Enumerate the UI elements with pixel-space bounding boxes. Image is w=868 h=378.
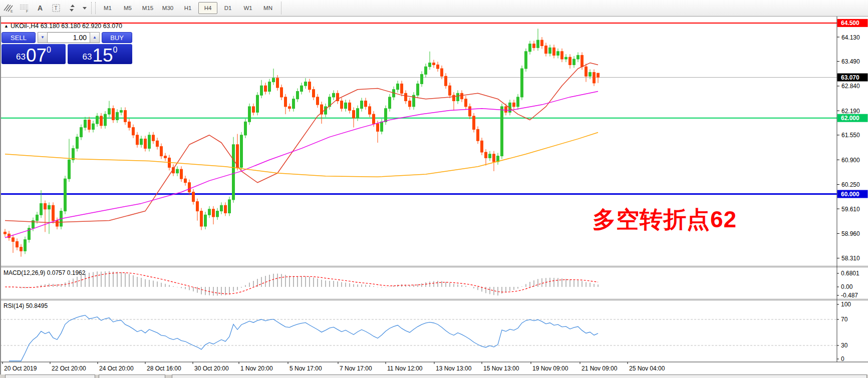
- volume-increase-button[interactable]: ▲: [90, 32, 100, 43]
- chart-tab-stub-2[interactable]: [99, 374, 165, 378]
- sell-price-sup: 0: [47, 46, 51, 55]
- chart-tab-strip: [0, 374, 868, 378]
- timeframe-button-d1[interactable]: D1: [218, 2, 237, 14]
- price-tick-label: 63.490: [841, 58, 860, 65]
- price-tick-label: 61.550: [841, 132, 860, 139]
- svg-text:E: E: [11, 10, 13, 13]
- volume-spinner: ▼ ▲: [38, 32, 100, 43]
- time-axis-label: 15 Nov 13:00: [483, 365, 519, 372]
- arrows-dropdown-icon[interactable]: [81, 2, 89, 15]
- text-box-icon[interactable]: T: [49, 2, 64, 15]
- chart-left-edge: [0, 17, 1, 374]
- svg-text:F: F: [26, 10, 28, 13]
- symbol-marker-icon: ▲: [4, 24, 9, 29]
- buy-button[interactable]: BUY: [102, 32, 132, 43]
- rsi-axis-label: 70: [841, 316, 848, 323]
- price-tick-label: 58.960: [841, 230, 860, 237]
- chart-tab-stub-3[interactable]: [172, 374, 867, 378]
- timeframe-button-h4[interactable]: H4: [198, 2, 217, 14]
- time-axis-label: 30 Oct 20:00: [194, 365, 229, 372]
- price-tick-label: 59.610: [841, 206, 860, 213]
- timeframe-button-mn[interactable]: MN: [258, 2, 277, 14]
- buy-price-big: 15: [92, 47, 113, 64]
- toolbar-group-end: [281, 2, 281, 15]
- time-axis-label: 22 Oct 20:00: [52, 365, 86, 372]
- symbol-ohlc-text: UKOil-,H4 63.180 63.180 62.920 63.070: [11, 23, 122, 30]
- timeframe-button-m5[interactable]: M5: [118, 2, 137, 14]
- sell-price-big: 07: [26, 47, 47, 64]
- buy-price-sup: 0: [113, 46, 118, 55]
- time-axis-label: 19 Nov 09:00: [532, 365, 568, 372]
- timeframe-button-m1[interactable]: M1: [98, 2, 117, 14]
- svg-text:T: T: [55, 6, 58, 11]
- timeframe-button-h1[interactable]: H1: [178, 2, 197, 14]
- price-tick-label: 60.900: [841, 157, 860, 164]
- rsi-axis-label: 30: [841, 342, 848, 349]
- price-badge-label: 63.070: [841, 74, 859, 81]
- timeframe-button-w1[interactable]: W1: [238, 2, 257, 14]
- chart-bg: [0, 17, 868, 378]
- toolbar-separator: [91, 2, 96, 14]
- chart-tab-stub-1[interactable]: [5, 374, 95, 378]
- time-axis-label: 24 Oct 20:00: [99, 365, 134, 372]
- time-axis-label: 28 Oct 16:00: [147, 365, 181, 372]
- price-badge-label: 60.000: [841, 191, 859, 198]
- volume-input[interactable]: [48, 32, 90, 43]
- timeframe-button-m15[interactable]: M15: [138, 2, 157, 14]
- timeframe-button-m30[interactable]: M30: [158, 2, 177, 14]
- price-tick-label: 62.840: [841, 83, 860, 90]
- buy-price-display[interactable]: 63 15 0: [68, 44, 132, 64]
- rsi-label: RSI(14) 50.8495: [4, 302, 48, 309]
- fibonacci-icon[interactable]: F: [17, 2, 32, 15]
- symbol-ohlc-line: ▲UKOil-,H4 63.180 63.180 62.920 63.070: [4, 23, 122, 30]
- time-axis-label: 1 Nov 20:00: [240, 365, 273, 372]
- toolbar: E F A T M1M5M15M30H1H4D1W1MN: [0, 0, 868, 17]
- volume-decrease-button[interactable]: ▼: [38, 32, 48, 43]
- time-axis-label: 11 Nov 12:00: [387, 365, 423, 372]
- timeframe-group: M1M5M15M30H1H4D1W1MN: [98, 2, 278, 14]
- text-label-icon[interactable]: A: [33, 2, 48, 15]
- macd-label: MACD(12,26,9) 0.0757 0.1962: [4, 269, 85, 276]
- time-axis-label: 21 Nov 09:00: [582, 365, 618, 372]
- sell-button[interactable]: SELL: [2, 32, 36, 43]
- sell-price-display[interactable]: 63 07 0: [2, 44, 66, 64]
- macd-axis-label: 0.6801: [841, 270, 859, 277]
- one-click-trade-panel: SELL ▼ ▲ BUY 63 07 0 63 15 0: [2, 32, 132, 64]
- price-tick-label: 64.130: [841, 34, 860, 41]
- time-axis-label: 13 Nov 13:00: [436, 365, 472, 372]
- macd-axis-label: -0.487: [841, 292, 858, 299]
- price-badge-label: 64.500: [841, 20, 859, 27]
- price-tick-label: 62.190: [841, 108, 860, 115]
- rsi-axis-label: 100: [841, 301, 851, 308]
- chart-annotation-text: 多空转折点62: [593, 204, 737, 235]
- time-axis-label: 5 Nov 17:00: [290, 365, 322, 372]
- price-badge-label: 62.000: [841, 115, 859, 122]
- time-axis-label: 25 Nov 04:00: [629, 365, 665, 372]
- rsi-axis-label: 0: [841, 355, 844, 362]
- sell-price-prefix: 63: [16, 52, 26, 62]
- chevron-down-icon: ▼: [41, 36, 45, 40]
- price-tick-label: 58.310: [841, 255, 860, 262]
- price-tick-label: 60.250: [841, 181, 860, 188]
- arrows-icon[interactable]: [65, 2, 80, 15]
- time-axis-label: 20 Oct 2019: [4, 365, 37, 372]
- time-axis-label: 7 Nov 17:00: [340, 365, 372, 372]
- macd-axis-label: 0.00: [841, 283, 853, 290]
- buy-price-prefix: 63: [83, 52, 92, 62]
- draw-style-icon[interactable]: E: [1, 2, 16, 15]
- chevron-up-icon: ▲: [93, 36, 97, 40]
